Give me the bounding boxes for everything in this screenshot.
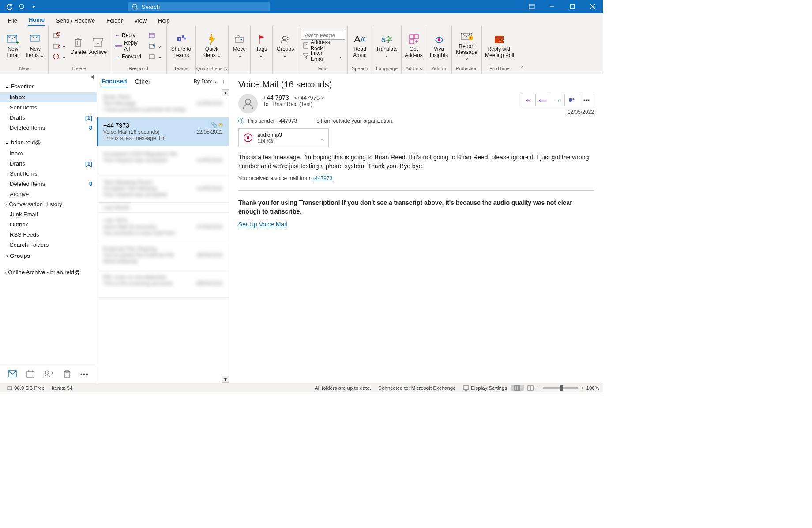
reply-action[interactable]: ↩ (521, 94, 536, 106)
focused-tab[interactable]: Focused (102, 76, 127, 87)
send-receive-all-icon[interactable] (4, 2, 13, 11)
more-nav-icon[interactable]: ••• (80, 371, 89, 378)
menu-folder[interactable]: Folder (105, 15, 124, 26)
junk-button[interactable]: ⌄ (51, 52, 68, 61)
menu-file[interactable]: File (7, 15, 18, 26)
view-reading-button[interactable] (524, 385, 537, 391)
phone-link[interactable]: +447973 (312, 175, 332, 181)
zoom-slider[interactable] (543, 387, 578, 389)
mail-nav-icon[interactable] (8, 370, 17, 379)
sort-by-button[interactable]: By Date ⌄ (194, 79, 218, 85)
display-settings-button[interactable]: Display Settings (459, 385, 511, 391)
share-to-teams-button[interactable]: T Share to Teams (169, 30, 193, 62)
attachment[interactable]: audio.mp3 114 KB ⌄ (238, 128, 329, 147)
archive-button[interactable]: Archive (89, 30, 107, 62)
favorites-header[interactable]: ⌄Favorites (0, 80, 97, 92)
more-actions[interactable]: ••• (579, 94, 594, 106)
reply-all-label: Reply All (124, 40, 143, 52)
message-item-selected[interactable]: +44 7973 📎✉ Voice Mail (16 seconds)12/05… (97, 117, 229, 146)
viva-label: Viva Insights (429, 46, 449, 58)
nav-outbox[interactable]: Outbox (0, 219, 97, 230)
nav-archive[interactable]: Archive (0, 189, 97, 199)
view-normal-button[interactable] (511, 385, 524, 391)
ribbon-display-options-icon[interactable] (522, 0, 542, 13)
scroll-down-button[interactable]: ▼ (222, 376, 229, 383)
sort-direction-button[interactable]: ↑ (222, 79, 225, 85)
nav-conversation-history[interactable]: ›Conversation History (0, 199, 97, 209)
reply-button[interactable]: ←Reply (113, 30, 145, 40)
cleanup-button[interactable]: × ⌄ (51, 41, 68, 51)
nav-groups[interactable]: ›Groups (0, 250, 97, 262)
nav-drafts[interactable]: Drafts[1] (0, 113, 97, 123)
ignore-button[interactable] (51, 30, 68, 40)
new-email-button[interactable]: + New Email (3, 30, 23, 62)
move-button[interactable]: Move⌄ (231, 30, 248, 62)
undo-icon[interactable] (17, 2, 26, 11)
message-item[interactable]: Brian Reid Test Message12/05/2022 I have… (97, 89, 229, 117)
nav-sent-items2[interactable]: Sent Items (0, 169, 97, 179)
reply-all-button[interactable]: ⟸Reply All (113, 41, 145, 51)
account-header[interactable]: ⌄brian.reid@ (0, 136, 97, 148)
svg-point-29 (182, 35, 184, 38)
chevron-down-icon[interactable]: ⌄ (320, 135, 325, 141)
storage-status[interactable]: 98.9 GB Free (4, 385, 48, 391)
translate-button[interactable]: a字 Translate⌄ (375, 30, 398, 62)
menu-send-receive[interactable]: Send / Receive (55, 15, 96, 26)
menu-home[interactable]: Home (28, 15, 45, 26)
minimize-button[interactable] (542, 0, 562, 13)
forward-action[interactable]: → (550, 94, 565, 106)
groups-button[interactable]: Groups⌄ (275, 30, 295, 62)
tags-button[interactable]: Tags⌄ (253, 30, 270, 62)
nav-search-folders[interactable]: Search Folders (0, 240, 97, 250)
reply-meeting-poll-button[interactable]: Reply with Meeting Poll (485, 30, 515, 62)
forward-button[interactable]: →Forward (113, 52, 145, 61)
message-item[interactable]: Accepted VOID Migration Ms Your request … (97, 146, 229, 174)
qat-customize-icon[interactable]: ▾ (29, 2, 38, 11)
message-item[interactable]: PB: User or not detected This is the sca… (97, 269, 229, 298)
collapse-nav-button[interactable]: ◀ (0, 74, 97, 80)
message-item[interactable]: Test Meeting Room Accepted Test Meeting1… (97, 174, 229, 203)
share-im-button[interactable]: ⌄ (147, 41, 164, 51)
viva-insights-button[interactable]: Viva Insights (429, 30, 449, 62)
nav-online-archive[interactable]: ›Online Archive - brian.reid@ (0, 266, 97, 278)
message-group-header[interactable]: Last Month (97, 203, 229, 213)
tasks-nav-icon[interactable] (64, 370, 71, 379)
collapse-ribbon-button[interactable]: ˄ (517, 26, 527, 74)
message-item[interactable]: External File Sharing You've joined the … (97, 241, 229, 269)
more-respond-button[interactable]: ⌄ (147, 52, 164, 61)
get-addins-button[interactable]: Get Add-ins (404, 30, 423, 62)
nav-rss[interactable]: RSS Feeds (0, 230, 97, 240)
zoom-out-button[interactable]: − (537, 385, 540, 391)
report-message-button[interactable]: ! Report Message ⌄ (455, 30, 479, 62)
delete-button[interactable]: Delete (70, 30, 87, 62)
menu-view[interactable]: View (133, 15, 147, 26)
zoom-level[interactable]: 100% (586, 385, 599, 391)
filter-email-button[interactable]: Filter Email ⌄ (301, 51, 345, 61)
teams-action[interactable] (564, 94, 579, 106)
nav-sent-items[interactable]: Sent Items (0, 102, 97, 113)
nav-junk[interactable]: Junk Email (0, 209, 97, 219)
nav-deleted-items[interactable]: Deleted Items8 (0, 123, 97, 133)
message-item[interactable]: +44 7973 Voice Mail (8 seconds)27/04/202… (97, 213, 229, 241)
meeting-button[interactable] (147, 30, 164, 40)
nav-deleted-items2[interactable]: Deleted Items8 (0, 179, 97, 189)
other-tab[interactable]: Other (135, 76, 150, 87)
search-input[interactable] (142, 4, 266, 10)
close-button[interactable] (583, 0, 603, 13)
nav-inbox[interactable]: Inbox (0, 92, 97, 102)
maximize-button[interactable] (562, 0, 583, 13)
people-nav-icon[interactable] (44, 370, 54, 379)
setup-voicemail-link[interactable]: Set Up Voice Mail (238, 221, 287, 228)
quick-steps-button[interactable]: Quick Steps ⌄ (199, 30, 225, 62)
calendar-nav-icon[interactable] (26, 370, 34, 379)
nav-inbox2[interactable]: Inbox (0, 148, 97, 158)
nav-drafts2[interactable]: Drafts[1] (0, 158, 97, 169)
zoom-in-button[interactable]: + (581, 385, 584, 391)
reply-all-action[interactable]: ⟸ (535, 94, 550, 106)
search-people-input[interactable] (301, 31, 345, 40)
read-aloud-button[interactable]: A))) Read Aloud (350, 30, 369, 62)
new-items-button[interactable]: New Items ⌄ (25, 30, 46, 62)
search-box[interactable] (128, 2, 270, 11)
address-book-button[interactable]: Address Book (301, 41, 345, 50)
menu-help[interactable]: Help (157, 15, 171, 26)
